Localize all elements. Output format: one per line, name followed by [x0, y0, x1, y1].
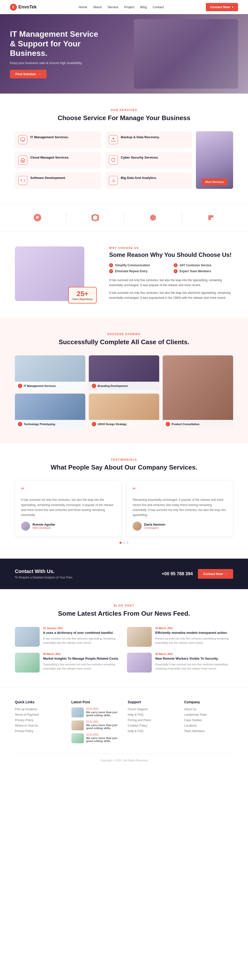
company-link-5[interactable]: Team Members: [184, 729, 234, 733]
blog-title-3: Market Insights To Manage People Related…: [43, 656, 121, 661]
success-card-large[interactable]: + Product Consultation.: [163, 355, 233, 428]
cta-banner: Contact With Us. To Require a Detailed A…: [0, 558, 248, 589]
service-card-1[interactable]: IT Management Services.: [15, 131, 102, 148]
blog-card-1[interactable]: 22 January, 2021 It uses a dictionary of…: [15, 627, 121, 647]
company-link-2[interactable]: Leadership Team: [184, 713, 234, 716]
hero-content: IT Management Service & Support for Your…: [10, 29, 104, 78]
testimonial-text-1: It has survived not only five centuries,…: [21, 497, 115, 518]
author-avatar-1: [21, 522, 30, 531]
quick-link-1[interactable]: Pick up locations: [15, 708, 64, 711]
nav-project[interactable]: Project: [124, 5, 134, 9]
support-link-4[interactable]: Cookies Policy: [128, 724, 177, 727]
quick-link-5[interactable]: Privacy Policy: [15, 729, 64, 733]
success-card-title-1: IT Management Services.: [24, 384, 56, 387]
hero-title: IT Management Service & Support for Your…: [10, 29, 104, 58]
nav-contact-button[interactable]: Contact Now: [206, 3, 238, 11]
service-name-4: Cyber Security Services.: [121, 156, 159, 159]
testimonial-author-2: Darla Harmon UI Designer: [133, 522, 227, 531]
partner-logo-1: [31, 212, 44, 224]
success-dot-1: +: [18, 383, 22, 388]
testimonials-section: TESTIMONIALS What People Say About Our C…: [0, 443, 248, 558]
quote-icon-1: ": [21, 487, 115, 494]
footer-post-date-1: 22.01.2021: [86, 708, 121, 710]
footer-quick-links-list: Pick up locations Terms of Payment Priva…: [15, 708, 64, 733]
nav-about[interactable]: About: [93, 5, 102, 9]
quick-link-3[interactable]: Privacy Policy: [15, 718, 64, 722]
company-link-4[interactable]: Locations: [184, 724, 234, 727]
author-name-1: Ronnie Aguilar: [32, 523, 55, 527]
success-title: Successfully Complete All Case of Client…: [15, 338, 233, 347]
success-card-3[interactable]: + Technology Prototyping.: [15, 394, 85, 428]
testimonials-title: What People Say About Our Company Servic…: [15, 464, 233, 471]
services-col-right: Backup & Data Recovery. Cyber Security S…: [105, 131, 192, 189]
support-link-5[interactable]: Help & FAQ: [128, 729, 177, 733]
nav-home[interactable]: Home: [79, 5, 87, 9]
footer-post-title-3: We carry more than just good cutting ski…: [86, 737, 121, 743]
service-card-2[interactable]: Backup & Data Recovery.: [105, 131, 192, 148]
blog-grid: 22 January, 2021 It uses a dictionary of…: [15, 627, 233, 673]
blog-date-3: 08 March, 2021: [43, 653, 121, 655]
support-link-3[interactable]: Pricing and Plans: [128, 718, 177, 722]
footer-support: Support Forum Support Help & FAQ Pricing…: [128, 700, 177, 746]
blog-card-2[interactable]: 02 March, 2021 Efficiently monetize mode…: [127, 627, 233, 647]
why-title: Some Reason Why You Should Choose Us!: [109, 251, 233, 258]
blog-title-4: New Remote Workers Visible To Security.: [155, 656, 233, 661]
dot-2[interactable]: [123, 542, 125, 544]
service-card-3[interactable]: Cloud Managed Services.: [15, 152, 102, 169]
logo: E EnvoTek: [10, 4, 37, 11]
testimonial-card-1: " It has survived not only five centurie…: [15, 480, 121, 537]
success-card-4[interactable]: + UI/UX Design Strategy.: [89, 394, 159, 428]
service-card-5[interactable]: Software Development.: [15, 172, 102, 189]
testimonial-dots: [15, 542, 233, 544]
services-title: Choose Service For Manage Your Business: [15, 114, 233, 123]
blog-content-1: 22 January, 2021 It uses a dictionary of…: [43, 627, 121, 645]
company-link-1[interactable]: About Us: [184, 708, 234, 711]
quick-link-2[interactable]: Terms of Payment: [15, 713, 64, 716]
success-card-2[interactable]: + Branding Development.: [89, 355, 159, 390]
footer-post-content-2: 22.01.2021 We carry more than just good …: [86, 721, 121, 730]
hero-image-bg: [134, 19, 238, 89]
services-label: OUR SERVICES: [15, 108, 233, 111]
nav-blog[interactable]: Blog: [140, 5, 146, 9]
support-link-2[interactable]: Help & FAQ: [128, 713, 177, 716]
check-icon-4: ✓: [173, 269, 178, 273]
cta-subtitle: To Require a Detailed Analysis of Your P…: [15, 576, 73, 579]
success-card-1[interactable]: + IT Management Services.: [15, 355, 85, 390]
cta-button[interactable]: Contact Now: [198, 569, 233, 579]
service-card-4[interactable]: Cyber Security Services.: [105, 152, 192, 169]
check-icon-3: ✓: [109, 269, 113, 273]
support-link-1[interactable]: Forum Support: [128, 708, 177, 711]
nav-service[interactable]: Service: [108, 5, 118, 9]
service-name-5: Software Development.: [30, 176, 66, 180]
blog-date-4: 08 March, 2021: [155, 653, 233, 655]
footer-latest-post-title: Latest Post: [72, 700, 121, 704]
service-card-6[interactable]: Big Data And Analytics.: [105, 172, 192, 189]
author-avatar-2: [133, 522, 141, 531]
why-checklist: ✓ Simplify Communication ✓ 24/7 Customer…: [109, 263, 233, 273]
footer-post-2[interactable]: 22.01.2021 We carry more than just good …: [72, 721, 121, 730]
footer-post-3[interactable]: 22.01.2021 We carry more than just good …: [72, 733, 121, 743]
author-name-2: Darla Harmon: [144, 523, 165, 527]
svg-point-7: [153, 217, 154, 218]
cta-text: Contact With Us. To Require a Detailed A…: [15, 568, 73, 579]
footer-post-content-1: 22.01.2021 We carry more than just good …: [86, 708, 121, 718]
services-grid: IT Management Services. Cloud Managed Se…: [15, 131, 233, 189]
more-services-button[interactable]: More Services: [202, 178, 227, 185]
nav-contact[interactable]: Contact: [153, 5, 164, 9]
logo-text: EnvoTek: [18, 5, 37, 10]
blog-content-2: 02 March, 2021 Efficiently monetize mode…: [155, 627, 233, 645]
blog-card-3[interactable]: 08 March, 2021 Market Insights To Manage…: [15, 653, 121, 673]
company-link-3[interactable]: Case Studies: [184, 718, 234, 722]
hero-cta-button[interactable]: Find Solution: [10, 70, 47, 78]
blog-thumb-3: [15, 653, 40, 673]
quick-link-4[interactable]: Where to Find Us: [15, 724, 64, 727]
dot-3[interactable]: [127, 542, 129, 544]
blog-thumb-4: [127, 653, 152, 673]
blog-card-4[interactable]: 08 March, 2021 New Remote Workers Visibl…: [127, 653, 233, 673]
footer-post-1[interactable]: 22.01.2021 We carry more than just good …: [72, 708, 121, 718]
dot-1[interactable]: [119, 542, 121, 544]
partner-divider-2: [124, 213, 124, 223]
blog-excerpt-4: Essentially it has survived not only fiv…: [155, 662, 233, 671]
hero-image: [134, 19, 238, 89]
service-name-2: Backup & Data Recovery.: [121, 135, 160, 139]
